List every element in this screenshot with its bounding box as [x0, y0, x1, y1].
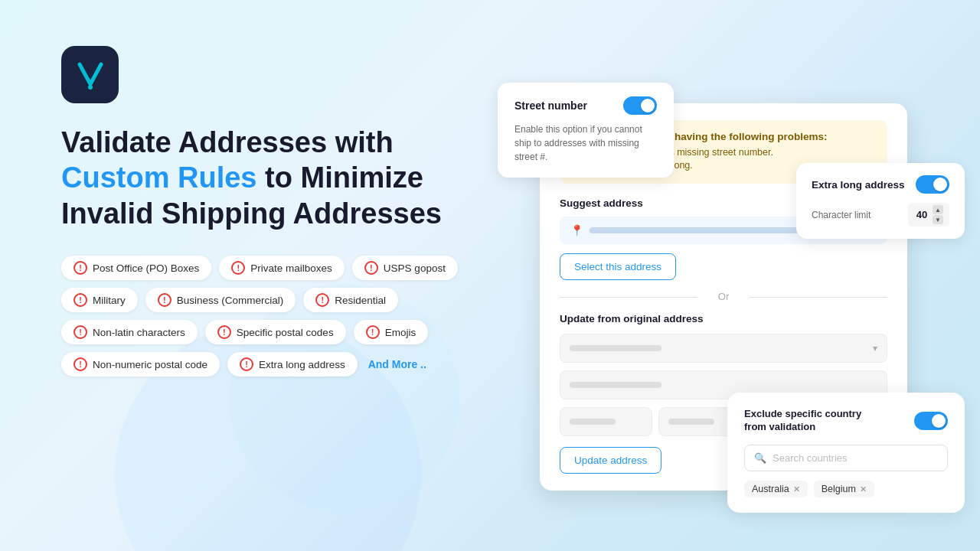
headline-line2: to Minimize — [265, 161, 423, 194]
remove-belgium-button[interactable]: ✕ — [860, 484, 867, 494]
headline: Validate Addresses with Custom Rules to … — [61, 125, 505, 231]
or-divider: Or — [560, 291, 887, 302]
char-limit-stepper[interactable]: 40 ▲ ▼ — [908, 203, 949, 227]
right-panel: Street number Enable this option if you … — [459, 0, 980, 551]
tag-non-latin: ! Non-latin characters — [61, 320, 198, 344]
tag-icon-mil: ! — [74, 293, 87, 307]
tag-postal-codes: ! Specific postal codes — [205, 320, 346, 344]
tag-residential: ! Residential — [303, 288, 398, 312]
tags-row-2: ! Military ! Business (Commercial) ! Res… — [61, 288, 505, 312]
tag-icon-el: ! — [240, 357, 253, 371]
stepper-buttons[interactable]: ▲ ▼ — [933, 205, 943, 224]
tag-icon-res: ! — [315, 293, 329, 307]
tag-icon-pm: ! — [231, 261, 245, 275]
search-icon: 🔍 — [754, 452, 766, 464]
country-tag-belgium-label: Belgium — [822, 484, 856, 494]
tags-row-3: ! Non-latin characters ! Specific postal… — [61, 320, 505, 344]
char-limit-label: Character limit — [812, 210, 871, 220]
char-limit-value: 40 — [914, 209, 929, 220]
state-skeleton — [668, 419, 714, 425]
tags-grid: ! Post Office (PO) Boxes ! Private mailb… — [61, 256, 505, 377]
char-limit-row: Character limit 40 ▲ ▼ — [812, 203, 949, 227]
remove-australia-button[interactable]: ✕ — [793, 484, 800, 494]
address-field-1[interactable]: ▾ — [560, 334, 887, 363]
extra-long-card: Extra long address Character limit 40 ▲ … — [796, 163, 965, 239]
country-tags: Australia ✕ Belgium ✕ — [744, 481, 948, 497]
tag-usps: ! USPS gopost — [352, 256, 458, 280]
city-skeleton — [570, 419, 616, 425]
extra-long-toggle[interactable] — [916, 175, 949, 194]
street-card-title: Street number — [514, 99, 587, 112]
tag-extra-long: ! Extra long address — [227, 352, 358, 377]
update-label: Update from original address — [560, 313, 887, 324]
exclude-card-title: Exclude specific country from validation — [744, 408, 882, 434]
exclude-card-header: Exclude specific country from validation — [744, 408, 948, 434]
tag-icon-nn: ! — [74, 357, 87, 371]
field-skeleton-line — [570, 345, 662, 351]
country-tag-belgium[interactable]: Belgium ✕ — [814, 481, 874, 497]
stepper-down-button[interactable]: ▼ — [933, 215, 943, 224]
headline-highlight: Custom Rules — [61, 161, 256, 194]
address-city-field[interactable] — [560, 407, 652, 436]
tags-row-1: ! Post Office (PO) Boxes ! Private mailb… — [61, 256, 505, 280]
tag-icon-nl: ! — [74, 325, 87, 339]
country-tag-australia-label: Australia — [752, 484, 789, 494]
country-tag-australia[interactable]: Australia ✕ — [744, 481, 808, 497]
tag-icon-po: ! — [74, 261, 87, 275]
tag-private-mailboxes: ! Private mailboxes — [219, 256, 345, 280]
field-skeleton-line-2 — [570, 382, 662, 388]
street-card-header: Street number — [514, 96, 657, 115]
tag-icon-usps: ! — [364, 261, 378, 275]
update-address-button[interactable]: Update address — [560, 447, 662, 474]
tag-icon-em: ! — [366, 325, 380, 339]
extra-card-title: Extra long address — [812, 179, 905, 191]
exclude-country-toggle[interactable] — [914, 412, 948, 430]
and-more-link[interactable]: And More .. — [365, 353, 430, 376]
tag-business: ! Business (Commercial) — [145, 288, 296, 312]
location-pin-icon: 📍 — [570, 224, 583, 236]
search-placeholder: Search countries — [773, 452, 848, 464]
tag-icon-bus: ! — [158, 293, 172, 307]
tags-row-4: ! Non-numeric postal code ! Extra long a… — [61, 352, 505, 377]
dropdown-arrow-icon: ▾ — [873, 343, 877, 354]
tag-military: ! Military — [61, 288, 138, 312]
street-number-card: Street number Enable this option if you … — [498, 83, 674, 178]
extra-card-header: Extra long address — [812, 175, 949, 194]
headline-line1: Validate Addresses with — [61, 126, 394, 158]
tag-po-boxes: ! Post Office (PO) Boxes — [61, 256, 211, 280]
exclude-country-card: Exclude specific country from validation… — [727, 393, 965, 513]
search-countries-field[interactable]: 🔍 Search countries — [744, 445, 948, 471]
street-card-desc: Enable this option if you cannot ship to… — [514, 122, 657, 164]
street-number-toggle[interactable] — [623, 96, 657, 115]
logo — [61, 46, 119, 103]
tag-non-numeric: ! Non-numeric postal code — [61, 352, 220, 377]
svg-point-0 — [88, 85, 93, 90]
select-address-button[interactable]: Select this address — [560, 253, 676, 280]
tag-emojis: ! Emojis — [354, 320, 429, 344]
headline-line3: Invalid Shipping Addresses — [61, 197, 442, 230]
tag-icon-pc: ! — [217, 325, 231, 339]
stepper-up-button[interactable]: ▲ — [933, 205, 943, 214]
left-panel: Validate Addresses with Custom Rules to … — [61, 46, 505, 377]
